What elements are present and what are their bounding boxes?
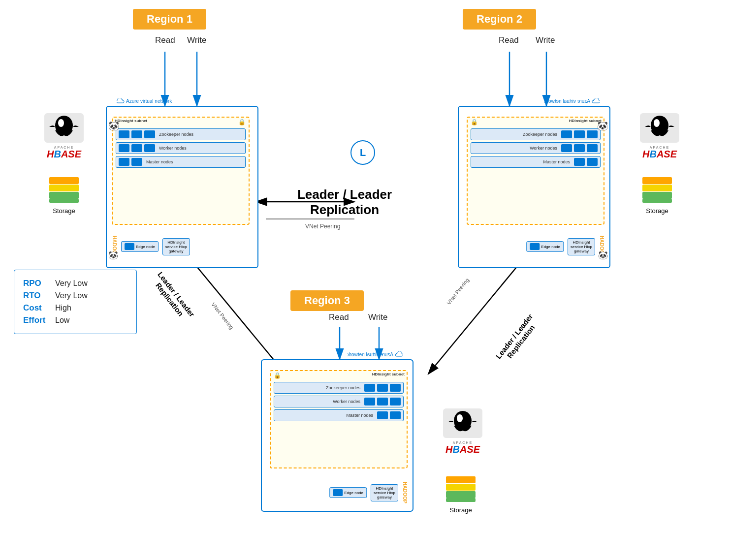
region1-read-label: Read — [155, 35, 175, 45]
cluster-region2: Azure virtual network HDInsight subnet 🔒… — [458, 106, 610, 268]
region1-badge: Region 1 — [133, 9, 206, 30]
svg-point-15 — [58, 119, 64, 127]
vm-node — [131, 158, 142, 166]
storage-icon-r1: Storage — [44, 177, 84, 215]
legend-box: RPO Very Low RTO Very Low Cost High Effo… — [14, 270, 137, 334]
center-replication-text: Leader / Leader Replication — [295, 187, 394, 218]
region1-write-label: Write — [187, 35, 206, 45]
svg-rect-22 — [49, 177, 79, 184]
svg-rect-29 — [642, 199, 672, 203]
cloud-label-r2: Azure virtual network — [544, 98, 600, 104]
region2-read-label: Read — [499, 35, 519, 45]
storage-icon-r2: Storage — [637, 177, 677, 215]
subnet-label-r1: HDInsight subnet — [115, 119, 147, 123]
lock-icon-r2: 🔒 — [471, 119, 478, 125]
left-replication-label: Leader / LeaderReplication — [150, 270, 196, 323]
right-replication-label: Leader / LeaderReplication — [494, 312, 541, 366]
legend-cost: Cost High — [23, 303, 127, 313]
cluster-region3: Azure virtual network HDInsight subnet 🔒… — [261, 359, 413, 512]
edge-area-r3: HADOOP HDInsightservice Htxpgateway Edge… — [270, 482, 408, 503]
vm-node — [144, 144, 155, 152]
panda-icon2-r1: 🐼 — [108, 250, 118, 260]
region2-write-label: Write — [536, 35, 555, 45]
cloud-label-r1: Azure virtual network — [117, 98, 172, 104]
vnet-peering-right: VNet Peering — [445, 277, 470, 306]
svg-rect-26 — [642, 177, 672, 184]
gateway-r1: HDInsightservice Htxpgateway — [162, 238, 190, 255]
legend-rpo: RPO Very Low — [23, 279, 127, 288]
zookeeper-label: Zookeeper nodes — [159, 132, 193, 137]
vm-node — [144, 130, 155, 138]
hbase-logo-r2: APACHE HBASE — [635, 113, 684, 159]
edge-node-r1: Edge node — [121, 241, 159, 252]
svg-rect-25 — [49, 199, 79, 203]
svg-rect-27 — [642, 185, 672, 191]
circle-l: L — [350, 140, 375, 165]
vnet-peering-center: VNet Peering — [305, 223, 340, 230]
vm-node — [119, 130, 129, 138]
diagram-container: Region 1 Region 2 Region 3 Read Write Re… — [0, 0, 731, 560]
svg-rect-28 — [642, 192, 672, 199]
hbase-logo-r3: APACHE HBASE — [438, 408, 487, 454]
edge-area-r1: HADOOP Edge node HDInsightservice Htxpga… — [112, 236, 250, 257]
cloud-label-r3: Azure virtual network — [348, 351, 403, 357]
vm-node — [131, 144, 142, 152]
panda-icon2-r2: 🐼 — [598, 250, 608, 260]
region2-badge: Region 2 — [463, 9, 536, 30]
svg-line-11 — [192, 261, 286, 374]
svg-rect-30 — [446, 476, 476, 483]
legend-effort: Effort Low — [23, 315, 127, 325]
svg-rect-31 — [446, 484, 476, 491]
svg-rect-33 — [446, 498, 476, 502]
worker-label: Worker nodes — [159, 146, 187, 151]
edge-area-r2: HADOOP HDInsightservice Htxpgateway Edge… — [467, 236, 604, 257]
svg-point-21 — [457, 414, 463, 422]
region3-read-label: Read — [329, 312, 349, 322]
vm-node — [119, 144, 129, 152]
vm-node — [119, 158, 129, 166]
svg-rect-23 — [49, 185, 79, 191]
vnet-peering-left: VNet Peering — [210, 301, 235, 330]
hbase-logo-r1: APACHE HBASE — [39, 113, 89, 159]
lock-icon-r1: 🔒 — [238, 119, 246, 125]
svg-rect-32 — [446, 491, 476, 498]
panda-icon-r2: 🐼 — [597, 121, 608, 131]
storage-icon-r3: Storage — [441, 476, 480, 514]
master-label: Master nodes — [146, 159, 173, 164]
region3-write-label: Write — [368, 312, 387, 322]
cluster-region1: Azure virtual network HDInsight subnet 🔒… — [106, 106, 258, 268]
region3-badge: Region 3 — [290, 290, 364, 311]
vm-node — [131, 130, 142, 138]
panda-icon-r1: 🐼 — [108, 121, 119, 131]
svg-rect-24 — [49, 192, 79, 199]
legend-rto: RTO Very Low — [23, 291, 127, 301]
svg-point-18 — [654, 119, 660, 127]
